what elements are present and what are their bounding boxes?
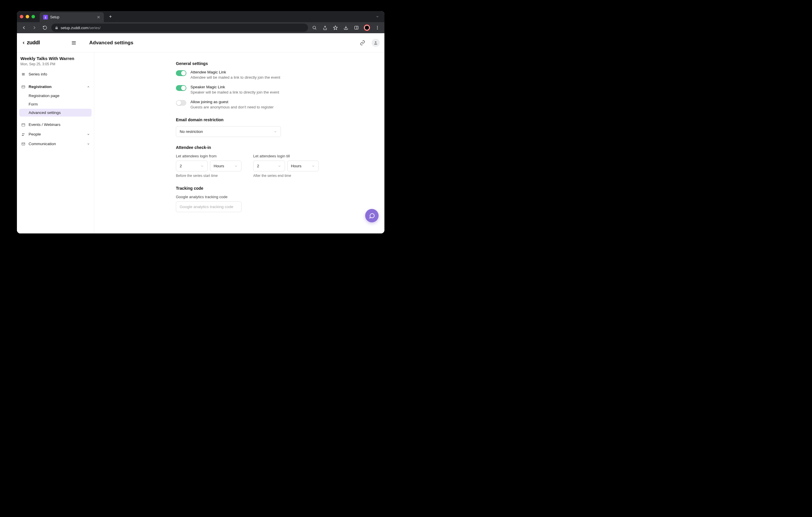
toggle-speaker-magic-link[interactable] (176, 85, 186, 91)
svg-line-1 (315, 29, 316, 29)
hamburger-icon[interactable] (70, 39, 78, 47)
nav-label: Series info (29, 72, 90, 77)
field-label: Google analytics tracking code (176, 195, 384, 199)
setting-row: Allow joining as guest Guests are anonym… (176, 100, 384, 109)
window-close-button[interactable] (20, 15, 23, 18)
download-icon[interactable] (342, 24, 350, 32)
extension-icon[interactable] (363, 24, 371, 32)
window-maximize-button[interactable] (31, 15, 35, 18)
section-heading: Attendee check-in (176, 145, 384, 150)
new-tab-button[interactable]: + (107, 13, 114, 21)
stack-icon (21, 72, 26, 77)
section-heading: Email domain restriction (176, 117, 384, 122)
reload-button[interactable] (41, 24, 49, 32)
login-till-value-dropdown[interactable]: 2 (253, 160, 285, 171)
address-bar: setup.zuddl.com/series/ (17, 22, 384, 33)
chevron-down-icon (87, 143, 90, 145)
general-settings-section: General settings Attendee Magic Link Att… (176, 61, 384, 109)
svg-point-0 (313, 26, 316, 29)
lock-icon (55, 26, 58, 29)
domain-restriction-dropdown[interactable]: No restriction (176, 126, 281, 137)
svg-marker-3 (334, 26, 337, 29)
svg-point-9 (377, 29, 378, 29)
tab-favicon: z (43, 15, 48, 20)
svg-rect-17 (22, 85, 25, 88)
chevron-down-icon (87, 133, 90, 136)
url-input[interactable]: setup.zuddl.com/series/ (51, 24, 308, 32)
star-icon[interactable] (331, 24, 340, 32)
setting-row: Speaker Magic Link Speaker will be maile… (176, 85, 384, 94)
logo-group: zuddl (22, 40, 65, 46)
body: Weekly Talks With Warren Mon, Sep 25, 3:… (17, 53, 384, 234)
search-icon[interactable] (310, 24, 319, 32)
menu-icon[interactable] (373, 24, 381, 32)
panel-icon[interactable] (352, 24, 360, 32)
setting-label: Speaker Magic Link (191, 85, 279, 89)
link-icon[interactable] (358, 38, 367, 47)
chevron-down-icon (312, 164, 315, 168)
event-title: Weekly Talks With Warren (19, 56, 92, 61)
nav-label: People (29, 132, 84, 136)
chevron-down-icon (278, 164, 281, 168)
sidebar-subitem-advanced-settings[interactable]: Advanced settings (19, 109, 92, 117)
sidebar: Weekly Talks With Warren Mon, Sep 25, 3:… (17, 53, 94, 234)
app: zuddl Advanced settings Weekly Talks Wit… (17, 33, 384, 234)
app-header: zuddl Advanced settings (17, 33, 384, 53)
setting-label: Allow joining as guest (191, 100, 273, 104)
setting-desc: Guests are anonymous and don't need to r… (191, 105, 273, 109)
tracking-section: Tracking code Google analytics tracking … (176, 186, 384, 212)
brand-logo[interactable]: zuddl (27, 40, 40, 46)
sidebar-item-series-info[interactable]: Series info (19, 70, 92, 79)
browser-tab[interactable]: z Setup ✕ (40, 12, 104, 22)
tab-bar: z Setup ✕ + (17, 11, 384, 22)
dropdown-value: 2 (180, 164, 200, 168)
url-domain: setup.zuddl.com/series/ (61, 26, 100, 30)
sidebar-item-communication[interactable]: Communication (19, 139, 92, 148)
svg-rect-5 (355, 26, 358, 29)
svg-point-21 (23, 133, 24, 134)
field-label: Let attendees login till (253, 154, 319, 158)
nav-label: Communication (29, 142, 84, 146)
sidebar-item-registration[interactable]: Registration (19, 82, 92, 91)
toggle-attendee-magic-link[interactable] (176, 70, 186, 76)
forward-button[interactable] (30, 24, 38, 32)
field-label: Let attendees login from (176, 154, 241, 158)
sidebar-subitem-form[interactable]: Form (19, 100, 92, 108)
login-from-value-dropdown[interactable]: 2 (176, 160, 208, 171)
svg-rect-15 (22, 74, 25, 74)
sidebar-subitem-registration-page[interactable]: Registration page (19, 92, 92, 100)
chevron-up-icon (87, 85, 90, 88)
tracking-code-input[interactable] (176, 202, 241, 212)
login-from-unit-dropdown[interactable]: Hours (210, 160, 242, 171)
content: General settings Attendee Magic Link Att… (94, 53, 384, 234)
sidebar-item-events[interactable]: Events / Webinars (19, 120, 92, 129)
svg-point-22 (24, 133, 25, 134)
back-chevron-icon[interactable] (22, 41, 26, 45)
svg-rect-14 (22, 73, 25, 73)
checkin-section: Attendee check-in Let attendees login fr… (176, 145, 384, 178)
svg-rect-19 (22, 123, 25, 126)
login-till-column: Let attendees login till 2 Hours (253, 154, 319, 178)
event-date: Mon, Sep 25, 3:05 PM (19, 61, 92, 70)
setting-desc: Attendee will be mailed a link to direct… (191, 75, 280, 80)
share-icon[interactable] (321, 24, 329, 32)
login-till-unit-dropdown[interactable]: Hours (287, 160, 319, 171)
tab-title: Setup (50, 15, 94, 19)
avatar[interactable] (372, 39, 380, 47)
sidebar-item-people[interactable]: People (19, 130, 92, 139)
people-icon (21, 132, 26, 136)
window-minimize-button[interactable] (26, 15, 29, 18)
nav-label: Events / Webinars (29, 122, 90, 127)
calendar-icon (21, 123, 26, 127)
toggle-guest-join[interactable] (176, 100, 186, 106)
dropdown-value: No restriction (180, 129, 273, 134)
tab-close-button[interactable]: ✕ (97, 15, 100, 20)
chevron-down-icon (200, 164, 204, 168)
nav-label: Registration (29, 85, 84, 89)
chat-fab[interactable] (365, 209, 379, 222)
traffic-lights (20, 15, 35, 18)
setting-row: Attendee Magic Link Attendee will be mai… (176, 70, 384, 80)
tabs-dropdown-icon[interactable] (373, 14, 381, 20)
section-heading: General settings (176, 61, 384, 66)
back-button[interactable] (20, 24, 28, 32)
